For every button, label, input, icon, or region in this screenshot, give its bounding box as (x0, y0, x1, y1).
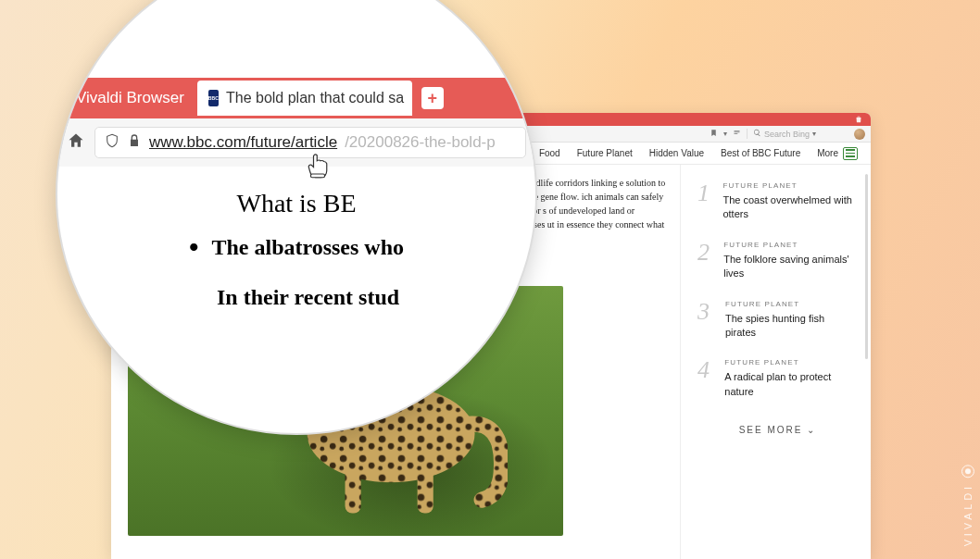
trending-sidebar: 1 FUTURE PLANET The coast overwhelmed wi… (680, 165, 871, 559)
shield-icon (105, 133, 119, 153)
lock-icon (127, 133, 142, 153)
tab-active[interactable]: BBC The bold plan that could sa (197, 81, 412, 116)
see-more-label: SEE MORE (739, 425, 803, 435)
nav-item-hidden-value[interactable]: Hidden Value (649, 148, 704, 158)
nav-item-food[interactable]: Food (539, 148, 560, 158)
watermark-text: VIVALDI (962, 483, 974, 546)
trending-item-4[interactable]: 4 FUTURE PLANET A radical plan to protec… (697, 358, 858, 399)
lens-url-row: www.bbc.com/future/article/20200826-the-… (57, 118, 535, 167)
svg-rect-11 (346, 460, 361, 513)
search-field[interactable]: Search Bing ▾ (747, 129, 848, 139)
nav-more-label: More (817, 148, 838, 158)
home-icon[interactable] (67, 131, 85, 154)
tab-vivaldi[interactable]: Vivaldi Browser (65, 81, 195, 116)
tab-label: The bold plan that could sa (226, 90, 404, 106)
avatar[interactable] (854, 129, 865, 140)
url-domain: www.bbc.com/future/article (149, 133, 337, 152)
dropdown-caret-icon[interactable]: ▾ (723, 130, 727, 138)
nav-more[interactable]: More (817, 147, 858, 160)
trending-title: The spies hunting fish pirates (725, 312, 858, 341)
trending-item-3[interactable]: 3 FUTURE PLANET The spies hunting fish p… (697, 300, 858, 341)
trending-section-label: FUTURE PLANET (723, 241, 858, 249)
rank-number: 2 (697, 241, 712, 281)
trending-section-label: FUTURE PLANET (722, 181, 858, 190)
hamburger-icon (843, 147, 858, 160)
trash-icon[interactable] (854, 113, 863, 128)
bookmark-icon[interactable] (710, 129, 718, 139)
nav-item-future-planet[interactable]: Future Planet (577, 148, 633, 158)
trending-title: A radical plan to protect nature (724, 370, 858, 399)
search-icon (753, 129, 761, 139)
trending-section-label: FUTURE PLANET (724, 358, 858, 366)
rank-number: 1 (697, 181, 711, 222)
tab-label: Vivaldi Browser (76, 89, 184, 107)
rank-number: 4 (697, 358, 713, 399)
chevron-down-icon: ⌄ (807, 425, 816, 435)
cursor-pointer-icon (306, 152, 330, 180)
new-tab-button[interactable]: + (421, 87, 444, 109)
trending-item-2[interactable]: 2 FUTURE PLANET The folklore saving anim… (697, 241, 858, 281)
search-caret-icon[interactable]: ▾ (812, 130, 816, 138)
lens-heading: What is BE (57, 189, 535, 218)
url-path: /20200826-the-bold-p (345, 133, 496, 152)
trending-section-label: FUTURE PLANET (725, 300, 858, 308)
lens-tab-strip: Vivaldi Browser BBC The bold plan that c… (57, 78, 535, 118)
lens-bullet: The albatrosses who (57, 231, 535, 263)
lens-subline: In their recent stud (217, 285, 535, 310)
reader-icon[interactable] (733, 129, 741, 139)
bbc-favicon-icon: BBC (208, 90, 219, 106)
vivaldi-logo-icon (961, 465, 974, 478)
vivaldi-watermark: VIVALDI (961, 465, 974, 546)
trending-item-1[interactable]: 1 FUTURE PLANET The coast overwhelmed wi… (697, 181, 858, 222)
trending-title: The folklore saving animals' lives (723, 253, 858, 281)
trending-title: The coast overwhelmed with otters (722, 193, 858, 222)
search-placeholder: Search Bing (764, 130, 810, 139)
svg-rect-12 (418, 462, 433, 513)
nav-item-best-of[interactable]: Best of BBC Future (721, 148, 800, 158)
lens-bullet-text: The albatrosses who (211, 235, 404, 260)
see-more-button[interactable]: SEE MORE ⌄ (697, 417, 858, 439)
svg-rect-13 (311, 174, 325, 178)
rank-number: 3 (697, 300, 714, 341)
